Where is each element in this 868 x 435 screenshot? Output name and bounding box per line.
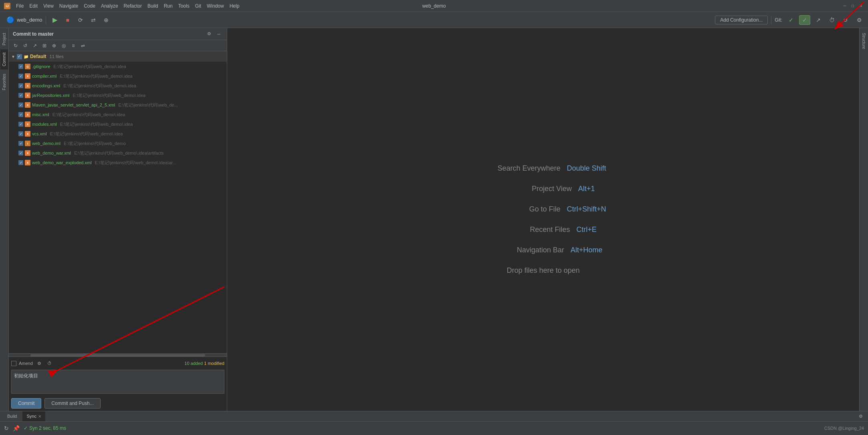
file-checkbox-5[interactable]: ✓	[18, 103, 23, 107]
commit-push-button[interactable]: Commit and Push...	[44, 398, 100, 409]
amend-checkbox[interactable]	[11, 361, 16, 366]
bottom-right-text: CSDN @Linging_24	[824, 426, 864, 431]
panel-add-btn[interactable]: ⊕	[50, 41, 59, 50]
file-path-2: E:\笔记\jenkins\代码\web_demo\.idea	[60, 73, 133, 79]
git-push-btn[interactable]: ↗	[813, 14, 824, 26]
panel-view-btn[interactable]: ◎	[59, 41, 68, 50]
file-checkbox-1[interactable]: ✓	[18, 64, 23, 69]
panel-settings-btn[interactable]: ⚙	[205, 30, 213, 38]
menu-tools[interactable]: Tools	[176, 2, 192, 10]
table-row[interactable]: ✓ X Maven_javax_servlet_servlet_api_2_5.…	[9, 100, 227, 110]
menu-navigate[interactable]: Navigate	[57, 2, 81, 10]
commit-message-input[interactable]: 初始化项目	[11, 370, 224, 394]
shortcut-search: Search Everywhere Double Shift	[480, 164, 606, 173]
shortcut-file-label: Go to File	[480, 205, 560, 213]
file-checkbox-8[interactable]: ✓	[18, 131, 23, 136]
file-name-2: compiler.xml	[32, 74, 57, 79]
file-checkbox-6[interactable]: ✓	[18, 112, 23, 117]
table-row[interactable]: ✓ X encodings.xml E:\笔记\jenkins\代码\web_d…	[9, 81, 227, 91]
file-checkbox-4[interactable]: ✓	[18, 93, 23, 98]
toolbar-stop-btn[interactable]: ■	[62, 14, 73, 26]
git-history-btn[interactable]: ⏱	[826, 14, 838, 26]
git-more-btn[interactable]: ⚙	[854, 14, 865, 26]
panel-grid-btn[interactable]: ⊞	[40, 41, 49, 50]
panel-controls: ⚙ ─	[205, 30, 223, 38]
amend-settings-btn[interactable]: ⚙	[35, 359, 43, 367]
file-type-icon-8: X	[25, 131, 30, 137]
menu-run[interactable]: Run	[161, 2, 175, 10]
toolbar-sep-2	[771, 16, 771, 24]
panel-sync-btn[interactable]: ⇌	[79, 41, 87, 50]
file-path-5: E:\笔记\jenkins\代码\web_de...	[118, 102, 178, 108]
file-path-8: E:\笔记\jenkins\代码\web_demo\.idea	[50, 131, 123, 137]
minimize-button[interactable]: ─	[842, 3, 848, 9]
add-config-button[interactable]: Add Configuration...	[715, 16, 768, 24]
tab-build[interactable]: Build	[3, 411, 21, 421]
menu-git[interactable]: Git	[193, 2, 204, 10]
menu-file[interactable]: File	[14, 2, 26, 10]
shortcut-project-label: Project View	[492, 185, 572, 193]
sidebar-item-structure[interactable]: Structure	[860, 30, 868, 52]
toolbar-btn-1[interactable]: ⟳	[75, 14, 86, 26]
shortcut-project: Project View Alt+1	[492, 185, 595, 193]
file-path-7: E:\笔记\jenkins\代码\web_demo\.idea	[60, 121, 133, 127]
menu-help[interactable]: Help	[227, 2, 242, 10]
file-checkbox-3[interactable]: ✓	[18, 83, 23, 88]
panel-update-btn[interactable]: ↗	[30, 41, 39, 50]
git-check-button[interactable]: ✓	[799, 15, 810, 25]
git-undo-btn[interactable]: ↺	[840, 14, 851, 26]
window-title: web_demo	[422, 3, 446, 9]
menu-code[interactable]: Code	[81, 2, 98, 10]
file-path-11: E:\笔记\jenkins\代码\web_demo\.idea\ar...	[95, 160, 176, 166]
file-checkbox-7[interactable]: ✓	[18, 122, 23, 127]
table-row[interactable]: ✓ X modules.xml E:\笔记\jenkins\代码\web_dem…	[9, 119, 227, 129]
sidebar-item-commit[interactable]: Commit	[0, 49, 8, 69]
drop-files-text: Drop files here to open	[507, 266, 579, 275]
menu-build[interactable]: Build	[145, 2, 161, 10]
panel-list-btn[interactable]: ≡	[69, 41, 78, 50]
file-type-icon-7: X	[25, 121, 30, 127]
commit-button[interactable]: Commit	[11, 398, 41, 409]
file-checkbox-9[interactable]: ✓	[18, 141, 23, 146]
panel-scrollbar[interactable]	[9, 353, 227, 356]
shortcut-recent: Recent Files Ctrl+E	[490, 226, 597, 234]
file-checkbox-10[interactable]: ✓	[18, 151, 23, 155]
bottom-settings-btn[interactable]: ⚙	[857, 412, 865, 420]
menu-refactor[interactable]: Refactor	[121, 2, 144, 10]
menu-analyze[interactable]: Analyze	[99, 2, 121, 10]
panel-minimize-btn[interactable]: ─	[215, 30, 223, 38]
panel-toolbar: ↻ ↺ ↗ ⊞ ⊕ ◎ ≡ ⇌	[9, 40, 227, 51]
sidebar-item-project[interactable]: Project	[0, 30, 8, 48]
sidebar-item-favorites[interactable]: Favorites	[0, 70, 8, 93]
tab-sync[interactable]: Sync ✕	[22, 411, 45, 421]
sync-pin-icon[interactable]: 📌	[13, 425, 20, 431]
table-row[interactable]: ✓ G .gitignore E:\笔记\jenkins\代码\web_demo…	[9, 62, 227, 71]
file-checkbox-11[interactable]: ✓	[18, 160, 23, 165]
table-row[interactable]: ✓ X compiler.xml E:\笔记\jenkins\代码\web_de…	[9, 71, 227, 81]
sync-refresh-icon[interactable]: ↻	[4, 425, 9, 431]
table-row[interactable]: ✓ X web_demo_war_exploded.xml E:\笔记\jenk…	[9, 158, 227, 167]
maximize-button[interactable]: □	[850, 3, 856, 9]
tab-sync-close-icon[interactable]: ✕	[38, 414, 41, 419]
toolbar-btn-3[interactable]: ⊕	[101, 14, 112, 26]
table-row[interactable]: ✓ I web_demo.iml E:\笔记\jenkins\代码\web_de…	[9, 139, 227, 148]
git-btn-1[interactable]: ✓	[785, 14, 797, 26]
file-group-default[interactable]: ▼ ✓ 📁 Default 11 files	[9, 51, 227, 62]
menu-edit[interactable]: Edit	[27, 2, 40, 10]
file-checkbox-2[interactable]: ✓	[18, 74, 23, 79]
file-type-icon-3: X	[25, 83, 30, 89]
table-row[interactable]: ✓ X vcs.xml E:\笔记\jenkins\代码\web_demo\.i…	[9, 129, 227, 139]
toolbar-btn-2[interactable]: ⇄	[88, 14, 99, 26]
table-row[interactable]: ✓ X misc.xml E:\笔记\jenkins\代码\web_demo\.…	[9, 110, 227, 119]
amend-clock-btn[interactable]: ⏱	[46, 359, 54, 367]
close-button[interactable]: ✕	[858, 3, 864, 9]
table-row[interactable]: ✓ X jarRepositories.xml E:\笔记\jenkins\代码…	[9, 91, 227, 100]
menu-view[interactable]: View	[41, 2, 56, 10]
toolbar-run-btn[interactable]: ▶	[49, 14, 61, 26]
panel-refresh-btn[interactable]: ↻	[11, 41, 20, 50]
panel-undo-btn[interactable]: ↺	[21, 41, 30, 50]
table-row[interactable]: ✓ X web_demo_war.xml E:\笔记\jenkins\代码\we…	[9, 148, 227, 158]
project-title: 🔵 web_demo	[6, 16, 42, 24]
menu-window[interactable]: Window	[204, 2, 226, 10]
group-checkbox[interactable]: ✓	[17, 54, 22, 59]
